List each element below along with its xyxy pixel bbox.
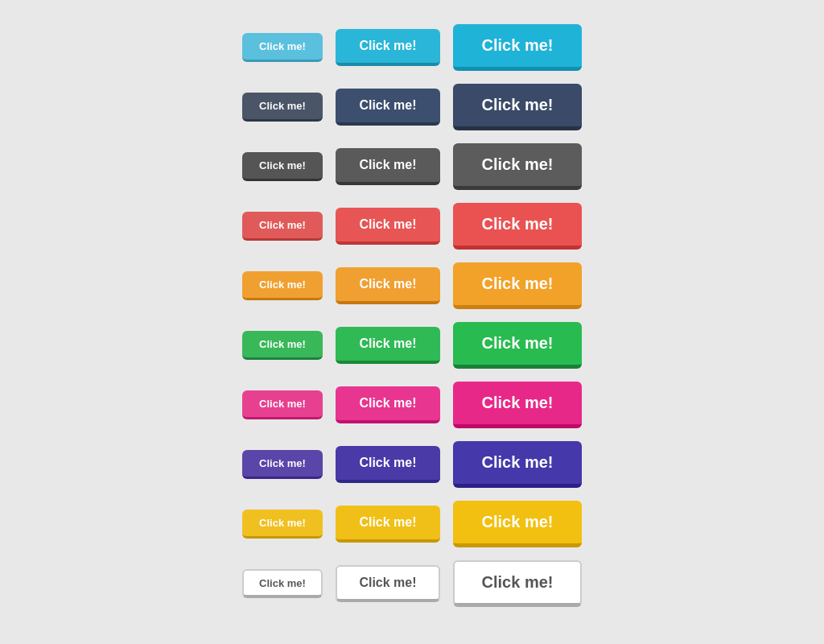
button-purple-md[interactable]: Click me! (336, 446, 440, 483)
button-gray-lg[interactable]: Click me! (453, 143, 582, 190)
button-orange-sm[interactable]: Click me! (242, 271, 323, 300)
button-steel-md[interactable]: Click me! (336, 89, 440, 126)
button-purple-lg[interactable]: Click me! (453, 441, 582, 488)
button-white-md[interactable]: Click me! (336, 565, 440, 602)
button-green-lg[interactable]: Click me! (453, 322, 582, 369)
button-purple-sm[interactable]: Click me! (242, 450, 323, 479)
button-pink-lg[interactable]: Click me! (453, 382, 582, 428)
button-blue-md[interactable]: Click me! (336, 29, 440, 66)
button-white-sm[interactable]: Click me! (242, 569, 323, 598)
button-yellow-sm[interactable]: Click me! (242, 510, 323, 539)
button-red-md[interactable]: Click me! (336, 208, 440, 245)
button-yellow-md[interactable]: Click me! (336, 506, 440, 543)
button-gray-md[interactable]: Click me! (336, 148, 440, 185)
button-orange-lg[interactable]: Click me! (453, 262, 582, 309)
button-pink-sm[interactable]: Click me! (242, 390, 323, 419)
button-green-md[interactable]: Click me! (336, 327, 440, 364)
button-red-sm[interactable]: Click me! (242, 212, 323, 241)
button-blue-sm[interactable]: Click me! (242, 33, 323, 62)
button-gray-sm[interactable]: Click me! (242, 152, 323, 181)
button-green-sm[interactable]: Click me! (242, 331, 323, 360)
button-grid: Click me! Click me! Click me! Click me! … (218, 0, 606, 631)
button-orange-md[interactable]: Click me! (336, 267, 440, 304)
button-blue-lg[interactable]: Click me! (453, 24, 582, 71)
button-pink-md[interactable]: Click me! (336, 386, 440, 423)
button-yellow-lg[interactable]: Click me! (453, 501, 582, 547)
button-steel-sm[interactable]: Click me! (242, 93, 323, 122)
button-red-lg[interactable]: Click me! (453, 203, 582, 250)
button-white-lg[interactable]: Click me! (453, 560, 582, 607)
button-steel-lg[interactable]: Click me! (453, 84, 582, 130)
